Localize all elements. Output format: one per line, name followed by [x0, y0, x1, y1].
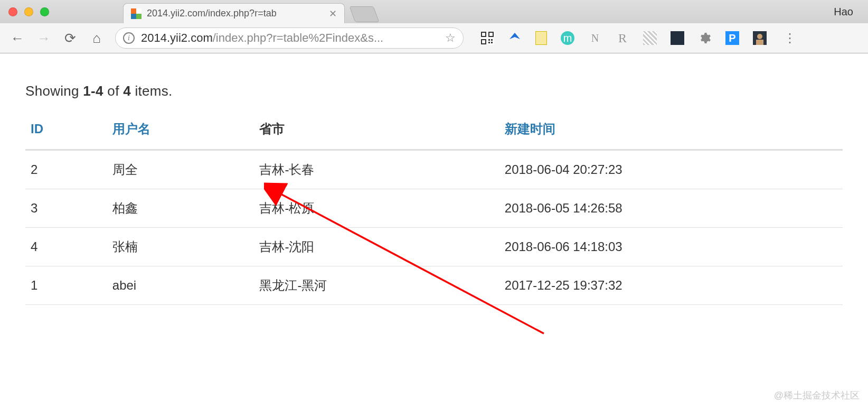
svg-rect-9 [756, 40, 763, 45]
svg-rect-3 [488, 39, 490, 41]
cell-created: 2018-06-05 14:26:58 [499, 189, 843, 228]
site-info-icon[interactable]: i [123, 32, 135, 44]
cell-province: 黑龙江-黑河 [254, 266, 499, 305]
browser-chrome: 2014.yii2.com/index.php?r=tab ✕ Hao ← → … [0, 0, 868, 53]
svg-rect-1 [489, 32, 493, 36]
cell-username: 柏鑫 [107, 189, 254, 228]
svg-rect-6 [491, 42, 493, 43]
col-header-province: 省市 [254, 112, 499, 150]
svg-point-8 [757, 34, 762, 39]
window-maximize-button[interactable] [40, 7, 49, 16]
titlebar: 2014.yii2.com/index.php?r=tab ✕ Hao [0, 0, 868, 23]
y-icon[interactable] [508, 31, 522, 45]
window-minimize-button[interactable] [24, 7, 33, 16]
m-icon[interactable]: m [561, 31, 574, 45]
r-icon[interactable]: R [616, 31, 629, 45]
window-close-button[interactable] [8, 7, 17, 16]
table-row: 4 张楠 吉林-沈阳 2018-06-06 14:18:03 [25, 228, 843, 266]
tab-close-icon[interactable]: ✕ [329, 8, 337, 20]
col-header-username[interactable]: 用户名 [107, 112, 254, 150]
address-bar[interactable]: i 2014.yii2.com/index.php?r=table%2Finde… [115, 27, 464, 49]
note-icon[interactable] [535, 31, 547, 45]
tab-title: 2014.yii2.com/index.php?r=tab [147, 8, 324, 19]
qr-icon[interactable] [480, 31, 494, 45]
cell-created: 2018-06-04 20:27:23 [499, 150, 843, 189]
forward-button[interactable]: → [36, 30, 52, 47]
table-row: 3 柏鑫 吉林-松原 2018-06-05 14:26:58 [25, 189, 843, 228]
browser-menu-icon[interactable]: ⋮ [784, 31, 796, 45]
cell-id: 2 [25, 150, 107, 189]
watermark: @稀土掘金技术社区 [774, 389, 860, 402]
svg-rect-5 [488, 42, 490, 43]
col-header-created[interactable]: 新建时间 [499, 112, 843, 150]
svg-rect-2 [482, 40, 486, 44]
dark-icon[interactable] [671, 31, 684, 45]
gear-icon[interactable] [698, 31, 712, 45]
p-icon[interactable]: P [725, 31, 739, 45]
home-button[interactable]: ⌂ [89, 30, 105, 47]
cell-username: abei [107, 266, 254, 305]
favicon-icon [131, 8, 141, 19]
result-summary: Showing 1-4 of 4 items. [25, 83, 843, 99]
table-row: 2 周全 吉林-长春 2018-06-04 20:27:23 [25, 150, 843, 189]
page-content: Showing 1-4 of 4 items. ID 用户名 省市 新建时间 2… [0, 53, 868, 335]
cell-province: 吉林-松原 [254, 189, 499, 228]
cell-created: 2018-06-06 14:18:03 [499, 228, 843, 266]
cell-username: 张楠 [107, 228, 254, 266]
cell-id: 1 [25, 266, 107, 305]
col-header-id[interactable]: ID [25, 112, 107, 150]
n-icon[interactable]: N [588, 31, 602, 45]
bookmark-star-icon[interactable]: ☆ [445, 31, 456, 45]
browser-tab[interactable]: 2014.yii2.com/index.php?r=tab ✕ [123, 3, 345, 23]
stripes-icon[interactable] [643, 31, 657, 45]
extension-icons: m N R P [480, 31, 767, 45]
table-header-row: ID 用户名 省市 新建时间 [25, 112, 843, 150]
back-button[interactable]: ← [10, 30, 25, 47]
cell-province: 吉林-沈阳 [254, 228, 499, 266]
cell-username: 周全 [107, 150, 254, 189]
cell-id: 3 [25, 189, 107, 228]
avatar-icon[interactable] [753, 31, 767, 45]
cell-created: 2017-12-25 19:37:32 [499, 266, 843, 305]
new-tab-button[interactable] [350, 6, 380, 22]
svg-rect-4 [491, 39, 493, 41]
toolbar: ← → ⟳ ⌂ i 2014.yii2.com/index.php?r=tabl… [0, 23, 868, 53]
profile-name[interactable]: Hao [834, 6, 853, 18]
cell-province: 吉林-长春 [254, 150, 499, 189]
cell-id: 4 [25, 228, 107, 266]
svg-rect-0 [482, 32, 486, 36]
traffic-lights [8, 7, 49, 16]
data-table: ID 用户名 省市 新建时间 2 周全 吉林-长春 2018-06-04 20:… [25, 112, 843, 305]
table-row: 1 abei 黑龙江-黑河 2017-12-25 19:37:32 [25, 266, 843, 305]
url-text: 2014.yii2.com/index.php?r=table%2Findex&… [141, 31, 383, 45]
reload-button[interactable]: ⟳ [62, 30, 78, 47]
